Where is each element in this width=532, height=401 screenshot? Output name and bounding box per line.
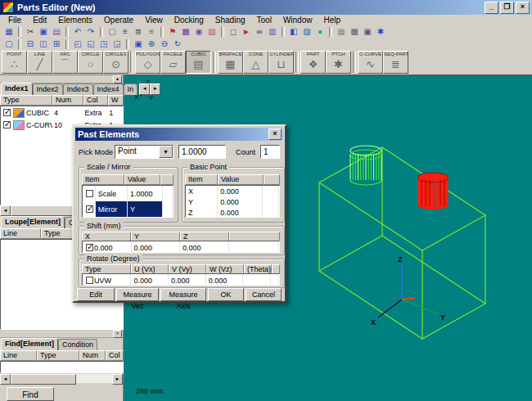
flag-icon[interactable]: ⚑	[166, 26, 179, 38]
menu-file[interactable]: File	[2, 15, 27, 25]
find-table[interactable]	[0, 361, 124, 373]
pick-mode-select[interactable]: Point ▼	[115, 145, 174, 159]
window-quad-icon[interactable]: ⊞	[50, 38, 63, 50]
paste-icon[interactable]: ▤	[50, 26, 63, 38]
scroll-thumb[interactable]	[11, 374, 76, 385]
shape-part-button[interactable]: PART❖	[300, 51, 326, 74]
grid-icon[interactable]: ▩	[348, 26, 361, 38]
scroll-track[interactable]	[76, 374, 112, 383]
menu-shading[interactable]: Shading	[210, 15, 251, 25]
chevron-down-icon[interactable]: ▼	[159, 146, 173, 158]
column-header-num[interactable]: Num	[79, 350, 106, 361]
window-split-v-icon[interactable]: ◫	[37, 38, 50, 50]
column-header-type[interactable]: Type	[0, 95, 52, 106]
shift-z-cell[interactable]: 0.000	[180, 241, 229, 254]
menu-window[interactable]: Window	[277, 15, 318, 25]
window-split-h-icon[interactable]: ⊟	[24, 38, 37, 50]
menu-operate[interactable]: Operate	[98, 15, 139, 25]
shape-polygon-button[interactable]: POLYGON◇	[135, 51, 160, 74]
row-delete-icon[interactable]: ≡	[145, 26, 158, 38]
tab-index1[interactable]: Index1	[1, 83, 33, 95]
zoom-out-icon[interactable]: ⊖	[158, 38, 171, 50]
window-single-icon[interactable]: ▢	[2, 38, 16, 50]
column-header-col[interactable]: Col	[83, 95, 108, 106]
shape-circle3-button[interactable]: CIRCLE3⊙	[103, 51, 128, 74]
scale-checkbox[interactable]	[86, 190, 93, 197]
tab-scroll-left-icon[interactable]: ◄	[139, 83, 150, 95]
zoom-in-icon[interactable]: ⊕	[145, 38, 158, 50]
column-header-type[interactable]: Type	[37, 350, 79, 361]
basic-point-row-y[interactable]: Y0.000	[186, 196, 279, 207]
menu-help[interactable]: Help	[318, 15, 346, 25]
tab-index4[interactable]: Index4	[93, 83, 124, 95]
tab-loupe-element[interactable]: Loupe[Element]	[1, 216, 65, 228]
rotate-v-cell[interactable]: 0.000	[169, 274, 206, 286]
scale-mirror-row-scale[interactable]: Scale1.0000	[83, 186, 173, 201]
cancel-button[interactable]: Cancel	[246, 288, 282, 301]
basic-point-row-z[interactable]: Z0.000	[186, 207, 279, 218]
copy-icon[interactable]: ▣	[37, 26, 50, 38]
shift-checkbox[interactable]	[86, 244, 93, 251]
tab-index2[interactable]: Index2	[33, 83, 63, 95]
measure-vec-button[interactable]: Measure Vec	[116, 288, 159, 301]
help-icon[interactable]: ✱	[374, 26, 387, 38]
image-icon[interactable]: ▨	[300, 26, 313, 38]
tab-index3[interactable]: Index3	[63, 83, 93, 95]
monitor-icon[interactable]: ◧	[287, 26, 300, 38]
scroll-right-icon[interactable]: ►	[112, 374, 123, 385]
shape-cylinder-button[interactable]: CYLINDER⊔	[268, 51, 294, 74]
shape-arc-button[interactable]: ARC⌒	[52, 51, 78, 74]
shape-seq-part-button[interactable]: SEQ-PART≣	[383, 51, 408, 74]
restore-button[interactable]: ❐	[500, 2, 514, 14]
column-header-num[interactable]: Num	[52, 95, 83, 106]
close-button[interactable]: ×	[516, 2, 530, 14]
palette-icon[interactable]: ▧	[205, 26, 219, 38]
tab-find-element[interactable]: Find[Element]	[1, 338, 58, 350]
menu-elements[interactable]: Elements	[52, 15, 98, 25]
shift-row[interactable]: 0.0000.0000.000	[83, 241, 279, 254]
rotate-table[interactable]: UVW0.0000.0000.000	[82, 273, 280, 286]
find-hscrollbar[interactable]: ◄►	[0, 374, 123, 383]
measure-axis-button[interactable]: Measure Axis	[160, 288, 206, 301]
shape-brdface-button[interactable]: BRDFACE▦	[218, 51, 243, 74]
mesh-icon[interactable]: ▦	[335, 26, 348, 38]
fit-view-icon[interactable]: ▣	[132, 38, 145, 50]
shape-cone-button[interactable]: CONE△	[243, 51, 268, 74]
row-edit-icon[interactable]: ≣	[132, 26, 145, 38]
tab-scroll-right-icon[interactable]: ►	[150, 83, 160, 95]
visibility-checkbox[interactable]	[3, 121, 11, 128]
rotate-checkbox[interactable]	[86, 277, 93, 284]
title-bar[interactable]: Parts Editor (New) _❐×	[0, 0, 532, 15]
print-icon[interactable]: ▣	[361, 26, 374, 38]
theta-cell[interactable]	[243, 274, 271, 286]
minimize-button[interactable]: _	[485, 2, 498, 14]
menu-docking[interactable]: Docking	[169, 15, 210, 25]
value-cell[interactable]: Y	[128, 201, 163, 217]
table-row[interactable]: CUBIC4Extra1	[1, 106, 123, 119]
undo-icon[interactable]: ↶	[71, 26, 84, 38]
view-icon[interactable]: ∞	[253, 26, 266, 38]
refresh-icon[interactable]: ↻	[171, 38, 184, 50]
shape-point-button[interactable]: POINT∴	[2, 51, 27, 74]
count-input[interactable]	[260, 145, 280, 159]
tab-condition[interactable]: Condition	[58, 339, 97, 350]
scale-mirror-table[interactable]: Scale1.0000MirrorY	[82, 185, 174, 218]
view-right-icon[interactable]: ◳	[97, 38, 110, 50]
dialog-title-bar[interactable]: Past Elements ×	[75, 128, 283, 141]
tab-in[interactable]: In	[124, 83, 138, 95]
edit-button[interactable]: Edit	[77, 288, 115, 301]
shape-cubic-button[interactable]: CUBIC▤	[186, 51, 211, 74]
value-cell[interactable]: 0.000	[218, 196, 263, 207]
row-add-icon[interactable]: ≡	[119, 26, 132, 38]
shift-y-cell[interactable]: 0.000	[132, 241, 181, 254]
shape-ptch-button[interactable]: PTCH✱	[326, 51, 351, 74]
view-front-icon[interactable]: ◱	[84, 38, 97, 50]
menu-view[interactable]: View	[139, 15, 169, 25]
view-top-icon[interactable]: ◰	[71, 38, 84, 50]
scroll-left-icon[interactable]: ◄	[0, 374, 11, 385]
ok-button[interactable]: OK	[208, 288, 244, 301]
cut-icon[interactable]: ✂	[24, 26, 37, 38]
rotate-u-cell[interactable]: 0.000	[131, 274, 169, 286]
camera-icon[interactable]: ◉	[192, 26, 205, 38]
sphere-icon[interactable]: ●	[313, 26, 327, 38]
